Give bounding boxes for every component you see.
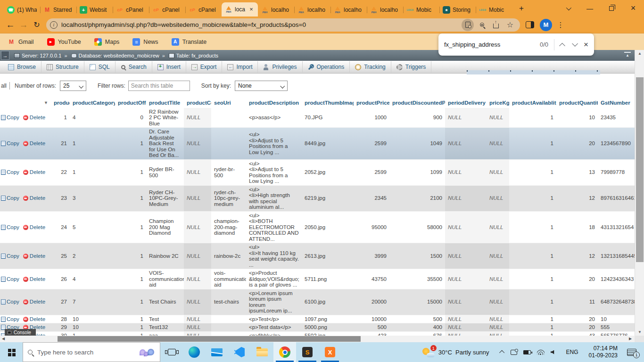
row-delete-link[interactable]: Delete (30, 140, 45, 146)
start-button[interactable] (0, 342, 23, 362)
taskbar-xampp[interactable]: X (319, 342, 341, 362)
browser-tab[interactable]: (1) Wha × (4, 3, 40, 16)
search-box-flowers-image[interactable] (140, 348, 154, 356)
pma-nav-tab[interactable]: SQL (84, 61, 116, 73)
reload-button[interactable]: ↻ (30, 18, 43, 32)
column-header[interactable]: productDescription (246, 98, 302, 108)
speaker-icon[interactable] (551, 350, 555, 354)
pma-nav-tab[interactable]: Import (222, 61, 258, 73)
column-header[interactable]: productAvailablity (509, 98, 556, 108)
breadcrumb-database[interactable]: Database: websitedemo_mobicrew (79, 53, 159, 58)
browser-tab[interactable]: Websit × (76, 3, 113, 16)
profile-avatar[interactable]: M (540, 19, 552, 31)
find-close-icon[interactable]: × (584, 40, 588, 49)
column-header[interactable]: GstNumber (598, 98, 635, 108)
column-header[interactable]: priceKg (487, 98, 509, 108)
row-delete-link[interactable]: Delete (30, 316, 45, 322)
column-header[interactable]: productID (51, 98, 70, 108)
sort-by-key-select[interactable]: None (235, 81, 288, 91)
row-copy-link[interactable]: Copy (7, 115, 19, 120)
column-header[interactable]: productDiscountedPrice (389, 98, 445, 108)
column-header[interactable]: productCategory (70, 98, 115, 108)
filter-rows-input[interactable] (128, 81, 190, 91)
pma-nav-tab[interactable]: Browse (3, 61, 41, 73)
find-previous-icon[interactable] (559, 43, 565, 49)
clock[interactable]: 07:14 PM 01-09-2023 (589, 345, 618, 359)
notification-center-icon[interactable]: 1 (627, 349, 636, 356)
new-tab-button[interactable]: + (515, 2, 528, 15)
bookmark-item[interactable]: Translate (172, 38, 207, 46)
find-in-page-icon[interactable] (462, 19, 474, 31)
battery-icon[interactable] (523, 350, 531, 354)
address-bar[interactable]: i localhost/phpmyadmin/sql.php?db=websit… (46, 18, 520, 32)
taskbar-mail[interactable] (206, 342, 228, 362)
pma-nav-tab[interactable]: Triggers (391, 61, 432, 73)
taskbar-file-explorer[interactable] (251, 342, 273, 362)
row-delete-link[interactable]: Delete (30, 195, 45, 201)
side-panel-icon[interactable] (526, 21, 534, 28)
scroll-right-icon[interactable]: ▶ (627, 336, 634, 342)
options-column-header[interactable]: ▼ (0, 98, 51, 108)
browser-tab[interactable]: loca × (222, 2, 258, 16)
bookmark-star-icon[interactable]: ☆ (504, 19, 516, 31)
bookmark-item[interactable]: News (132, 38, 158, 46)
column-header[interactable]: seoUri (211, 98, 246, 108)
column-options-icon[interactable]: ▼ (44, 100, 48, 106)
scroll-down-icon[interactable]: ▼ (635, 329, 644, 336)
back-button[interactable]: ← (4, 18, 17, 32)
browser-tab[interactable]: Storing × (439, 3, 476, 16)
row-delete-link[interactable]: Delete (30, 115, 45, 120)
column-header[interactable]: productOffer (115, 98, 146, 108)
nav-panel-expand-icon[interactable]: → (1, 51, 9, 60)
breadcrumb-table[interactable]: Table: fx_products (176, 53, 218, 58)
tray-expand-icon[interactable] (499, 350, 504, 355)
pma-nav-tab[interactable]: Export (186, 61, 223, 73)
row-copy-link[interactable]: Copy (7, 253, 19, 259)
row-copy-link[interactable]: Copy (7, 224, 19, 230)
vertical-scroll-thumb[interactable] (636, 77, 644, 262)
browser-tab[interactable]: Mobic × (476, 3, 512, 16)
task-view-button[interactable] (160, 342, 183, 362)
row-delete-link[interactable]: Delete (30, 276, 45, 282)
forward-button[interactable]: → (17, 18, 30, 32)
browser-tab[interactable]: Mobic × (403, 3, 439, 16)
bookmark-item[interactable]: Gmail (8, 38, 34, 46)
find-next-icon[interactable] (572, 41, 578, 47)
minimize-button[interactable]: — (579, 0, 601, 16)
column-header[interactable]: productQuantity (556, 98, 598, 108)
browser-menu-icon[interactable]: ⋮ (557, 21, 564, 29)
taskbar-sublime[interactable]: S (296, 342, 319, 362)
tab-close-icon[interactable]: × (248, 6, 255, 13)
column-header[interactable]: productPrice (354, 98, 389, 108)
browser-tab[interactable]: localho × (367, 3, 403, 16)
scroll-left-icon[interactable]: ◀ (0, 336, 7, 342)
browser-tab[interactable]: cPanel × (113, 3, 149, 16)
horizontal-scrollbar[interactable]: ◀ ▶ (0, 336, 644, 342)
language-indicator[interactable]: ENG (566, 349, 578, 355)
taskbar-edge[interactable] (183, 342, 206, 362)
column-header[interactable]: productCode (184, 98, 211, 108)
browser-tab[interactable]: cPanel × (149, 3, 185, 16)
pma-nav-tab[interactable]: Tracking (350, 61, 391, 73)
column-header[interactable]: productTitle (146, 98, 184, 108)
browser-tab[interactable]: localho × (258, 3, 294, 16)
row-delete-link[interactable]: Delete (30, 253, 45, 259)
taskbar-search[interactable]: Type here to search (23, 342, 160, 362)
pma-nav-tab[interactable]: Privileges (258, 61, 302, 73)
weather-widget[interactable]: 1 30°C Partly sunny (422, 347, 489, 357)
share-icon[interactable] (490, 19, 502, 31)
zoom-out-icon[interactable] (476, 19, 488, 31)
scroll-up-icon[interactable]: ▲ (635, 50, 644, 57)
bookmark-item[interactable]: YouTube (47, 38, 81, 46)
pma-nav-tab[interactable]: Operations (303, 61, 350, 73)
sync-device-icon[interactable] (511, 350, 517, 355)
taskbar-vscode[interactable] (228, 342, 251, 362)
scroll-to-top-icon[interactable]: ▲ (624, 52, 631, 58)
vertical-scrollbar[interactable]: ▲ ▼ (635, 50, 644, 336)
find-bar[interactable]: fx_shipping_address 0/0 × (438, 33, 594, 56)
taskbar-chrome[interactable] (273, 342, 296, 362)
row-copy-link[interactable]: Copy (7, 276, 19, 282)
restore-button[interactable] (601, 0, 622, 16)
find-query[interactable]: fx_shipping_address (444, 41, 500, 48)
check-all-partial-label[interactable]: all (1, 82, 7, 89)
